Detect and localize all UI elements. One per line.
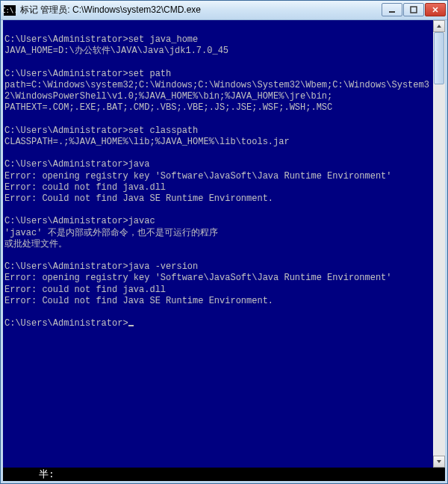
ime-status-bar: 半:	[3, 468, 445, 481]
output-line: 'javac' 不是内部或外部命令，也不是可运行的程序	[4, 228, 218, 238]
svg-rect-0	[389, 11, 395, 13]
scroll-track[interactable]	[433, 32, 445, 456]
prompt: C:\Users\Administrator>	[4, 125, 128, 136]
output-line: 或批处理文件。	[4, 239, 67, 249]
svg-rect-1	[411, 7, 417, 13]
maximize-button[interactable]	[403, 3, 424, 16]
close-button[interactable]	[425, 3, 446, 16]
output-line: PATHEXT=.COM;.EXE;.BAT;.CMD;.VBS;.VBE;.J…	[4, 102, 332, 113]
titlebar[interactable]: C:\. 标记 管理员: C:\Windows\system32\CMD.exe	[1, 1, 447, 20]
prompt: C:\Users\Administrator>	[4, 159, 128, 170]
command-text: java	[128, 159, 150, 170]
cursor	[128, 325, 134, 326]
ime-status-text: 半:	[39, 468, 55, 481]
output-line: CLASSPATH=.;%JAVA_HOME%\lib;%JAVA_HOME%\…	[4, 137, 290, 147]
client-area: C:\Users\Administrator>set java_home JAV…	[1, 20, 447, 483]
output-line: JAVA_HOME=D:\办公软件\JAVA\Java\jdk1.7.0_45	[4, 46, 228, 56]
prompt: C:\Users\Administrator>	[4, 261, 128, 272]
command-text: java -version	[128, 261, 199, 272]
scroll-thumb[interactable]	[434, 32, 444, 84]
prompt: C:\Users\Administrator>	[4, 318, 128, 329]
output-line: Error: could not find java.dll	[4, 285, 166, 295]
output-line: Error: Could not find Java SE Runtime En…	[4, 296, 273, 306]
window-controls	[381, 3, 446, 18]
console-output[interactable]: C:\Users\Administrator>set java_home JAV…	[3, 20, 433, 468]
output-line: path=C:\Windows\system32;C:\Windows;C:\W…	[4, 80, 429, 102]
prompt: C:\Users\Administrator>	[4, 34, 128, 45]
cmd-window: C:\. 标记 管理员: C:\Windows\system32\CMD.exe…	[0, 0, 448, 484]
command-text: set path	[128, 69, 172, 79]
prompt: C:\Users\Administrator>	[4, 69, 128, 79]
output-line: Error: opening registry key 'Software\Ja…	[4, 171, 391, 182]
chevron-down-icon	[436, 459, 442, 465]
vertical-scrollbar[interactable]	[433, 20, 445, 468]
command-text: set classpath	[128, 125, 199, 136]
window-title: 标记 管理员: C:\Windows\system32\CMD.exe	[20, 4, 381, 16]
output-line: Error: opening registry key 'Software\Ja…	[4, 273, 391, 283]
chevron-up-icon	[436, 23, 442, 29]
output-line: Error: could not find java.dll	[4, 182, 166, 193]
minimize-button[interactable]	[382, 3, 402, 16]
prompt: C:\Users\Administrator>	[4, 216, 128, 226]
scroll-up-button[interactable]	[433, 20, 445, 32]
cmd-icon: C:\.	[4, 5, 16, 16]
command-text: set java_home	[128, 34, 199, 45]
output-line: Error: Could not find Java SE Runtime En…	[4, 193, 273, 204]
command-text: javac	[128, 216, 155, 226]
scroll-down-button[interactable]	[433, 456, 445, 468]
console-wrap: C:\Users\Administrator>set java_home JAV…	[3, 20, 445, 468]
